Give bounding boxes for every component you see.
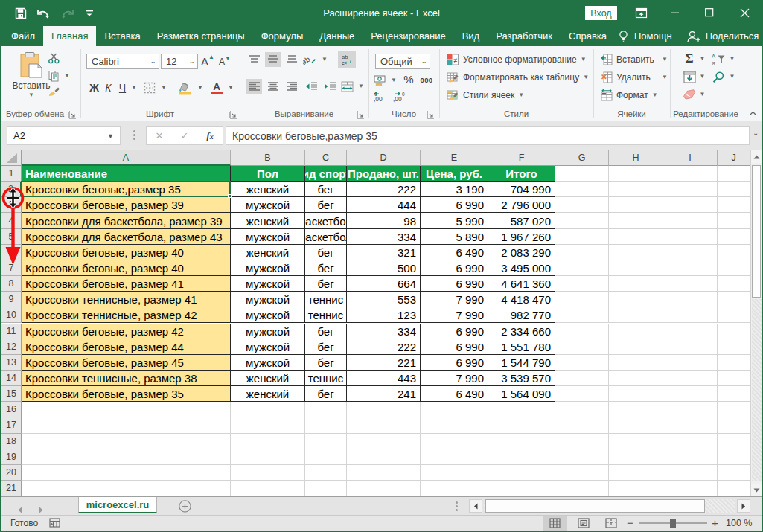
cell-J8[interactable] bbox=[718, 276, 750, 292]
cell-B1[interactable]: Пол bbox=[231, 166, 305, 182]
cell-I14[interactable] bbox=[663, 371, 718, 386]
cell-H5[interactable] bbox=[609, 229, 663, 245]
cell-D17[interactable] bbox=[347, 417, 421, 433]
cell-D8[interactable]: 664 bbox=[347, 276, 421, 292]
accounting-format-button[interactable] bbox=[374, 73, 390, 87]
cell-J11[interactable] bbox=[718, 324, 750, 339]
autosum-button[interactable]: Σ bbox=[680, 51, 698, 66]
cell-C11[interactable]: бег bbox=[305, 324, 347, 339]
tab-data[interactable]: Данные bbox=[311, 26, 363, 46]
clipboard-dialog-launcher[interactable] bbox=[68, 109, 77, 118]
cell-D2[interactable]: 222 bbox=[347, 182, 421, 197]
cell-B19[interactable] bbox=[231, 449, 305, 465]
name-box-dropdown[interactable]: ▼ bbox=[107, 132, 120, 140]
column-header-G[interactable]: G bbox=[555, 150, 609, 166]
merge-center-button[interactable] bbox=[338, 77, 356, 95]
cell-F18[interactable] bbox=[488, 434, 555, 449]
cell-B21[interactable] bbox=[231, 481, 305, 496]
cell-E1[interactable]: Цена, руб. bbox=[421, 166, 488, 182]
row-header-7[interactable]: 7 bbox=[1, 260, 22, 276]
macro-record-icon[interactable] bbox=[49, 518, 60, 530]
cell-H15[interactable] bbox=[609, 386, 663, 402]
row-header-14[interactable]: 14 bbox=[1, 371, 22, 386]
cell-F15[interactable]: 1 564 090 bbox=[488, 386, 555, 402]
number-format-select[interactable]: Общий⌄ bbox=[375, 54, 430, 69]
cell-F11[interactable]: 2 334 660 bbox=[488, 324, 555, 339]
format-as-table-button[interactable]: Форматировать как таблицу ▼ bbox=[447, 71, 589, 84]
cell-A19[interactable] bbox=[22, 449, 231, 465]
cell-G16[interactable] bbox=[555, 402, 609, 417]
cell-H10[interactable] bbox=[609, 307, 663, 323]
cell-I2[interactable] bbox=[663, 182, 718, 197]
cell-F17[interactable] bbox=[488, 417, 555, 433]
decrease-indent-button[interactable] bbox=[303, 79, 319, 94]
cell-C17[interactable] bbox=[305, 417, 347, 433]
cell-I17[interactable] bbox=[663, 417, 718, 433]
cell-D18[interactable] bbox=[347, 434, 421, 449]
ribbon-display-options-icon[interactable] bbox=[624, 0, 658, 25]
row-header-19[interactable]: 19 bbox=[1, 449, 22, 465]
cell-I8[interactable] bbox=[663, 276, 718, 292]
cell-B16[interactable] bbox=[231, 402, 305, 417]
cell-F20[interactable] bbox=[488, 465, 555, 481]
cell-A18[interactable] bbox=[22, 434, 231, 449]
increase-font-button[interactable]: A▲ bbox=[201, 54, 217, 69]
cell-E13[interactable]: 6 990 bbox=[421, 355, 488, 371]
tab-assistant[interactable]: Помощн bbox=[615, 26, 680, 46]
cell-B4[interactable]: женский bbox=[231, 213, 305, 228]
cell-D19[interactable] bbox=[347, 449, 421, 465]
cell-A5[interactable]: Кроссовки для баскетбола, размер 43 bbox=[22, 229, 231, 245]
horizontal-scroll-thumb[interactable] bbox=[485, 499, 705, 513]
cell-C16[interactable] bbox=[305, 402, 347, 417]
cell-E20[interactable] bbox=[421, 465, 488, 481]
zoom-slider[interactable] bbox=[639, 522, 707, 524]
cell-E9[interactable]: 7 990 bbox=[421, 292, 488, 307]
cell-H3[interactable] bbox=[609, 197, 663, 213]
cell-I7[interactable] bbox=[663, 260, 718, 276]
cell-A3[interactable]: Кроссовки беговые, размер 39 bbox=[22, 197, 231, 213]
page-break-view-button[interactable] bbox=[598, 516, 623, 531]
vertical-scroll-track[interactable] bbox=[752, 299, 762, 481]
align-top-button[interactable] bbox=[246, 52, 262, 67]
increase-indent-button[interactable] bbox=[322, 79, 338, 94]
decrease-font-button[interactable]: A▼ bbox=[219, 54, 235, 69]
cell-J3[interactable] bbox=[718, 197, 750, 213]
cell-E14[interactable]: 7 990 bbox=[421, 371, 488, 386]
cell-H16[interactable] bbox=[609, 402, 663, 417]
cell-A7[interactable]: Кроссовки беговые, размер 40 bbox=[22, 260, 231, 276]
column-header-I[interactable]: I bbox=[663, 150, 718, 166]
cell-E8[interactable]: 6 990 bbox=[421, 276, 488, 292]
fill-button[interactable] bbox=[680, 69, 698, 84]
cell-F5[interactable]: 1 967 260 bbox=[488, 229, 555, 245]
autosum-dropdown[interactable]: ▼ bbox=[698, 51, 706, 66]
cell-A11[interactable]: Кроссовки беговые, размер 42 bbox=[22, 324, 231, 339]
cell-I15[interactable] bbox=[663, 386, 718, 402]
cell-B3[interactable]: мужской bbox=[231, 197, 305, 213]
row-header-3[interactable]: 3 bbox=[1, 197, 22, 213]
cell-I21[interactable] bbox=[663, 481, 718, 496]
vertical-scrollbar[interactable] bbox=[750, 150, 762, 496]
insert-function-icon[interactable]: fx bbox=[197, 130, 223, 142]
cell-H4[interactable] bbox=[609, 213, 663, 228]
cell-C2[interactable]: бег bbox=[305, 182, 347, 197]
cell-J17[interactable] bbox=[718, 417, 750, 433]
cell-B12[interactable]: мужской bbox=[231, 339, 305, 355]
orientation-button[interactable]: ab bbox=[303, 52, 319, 67]
row-header-10[interactable]: 10 bbox=[1, 307, 22, 323]
cell-F19[interactable] bbox=[488, 449, 555, 465]
cell-C19[interactable] bbox=[305, 449, 347, 465]
cell-I13[interactable] bbox=[663, 355, 718, 371]
fill-color-dropdown[interactable]: ▼ bbox=[196, 80, 205, 96]
formula-input[interactable]: Кроссовки беговые,размер 35 bbox=[226, 126, 750, 145]
cell-D5[interactable]: 334 bbox=[347, 229, 421, 245]
cell-I11[interactable] bbox=[663, 324, 718, 339]
select-all-corner[interactable] bbox=[1, 150, 22, 166]
cell-D12[interactable]: 222 bbox=[347, 339, 421, 355]
column-header-E[interactable]: E bbox=[421, 150, 488, 166]
cell-I19[interactable] bbox=[663, 449, 718, 465]
share-button[interactable]: Поделиться bbox=[683, 26, 763, 46]
cell-H6[interactable] bbox=[609, 245, 663, 260]
cell-D6[interactable]: 321 bbox=[347, 245, 421, 260]
cell-D21[interactable] bbox=[347, 481, 421, 496]
cell-G11[interactable] bbox=[555, 324, 609, 339]
